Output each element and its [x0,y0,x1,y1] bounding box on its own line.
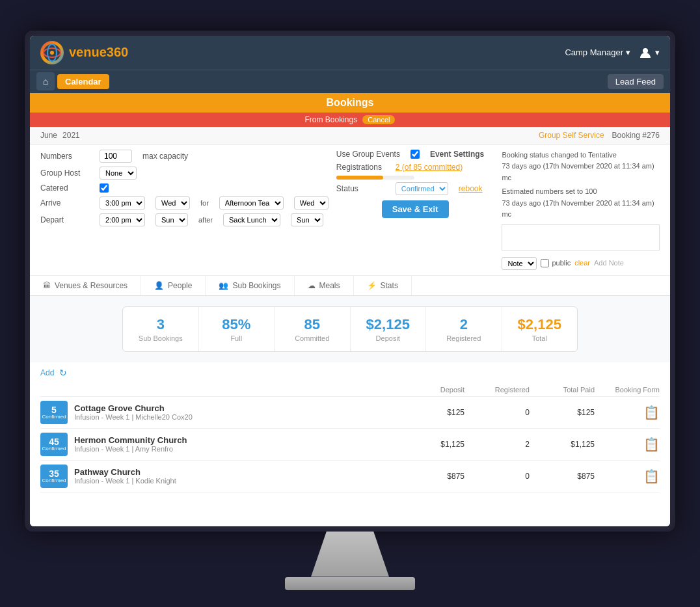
cancel-badge[interactable]: Cancel [362,115,395,124]
stat-total: $2,125 Total [502,307,578,351]
depart-time-select[interactable]: 2:00 pm [100,213,145,226]
note-textarea[interactable] [502,224,660,250]
table-header: Deposit Registered Total Paid Booking Fo… [40,383,660,397]
stats-grid: 3 Sub Bookings 85% Full 85 Committed $ [122,306,578,352]
estimated-date: 73 days ago (17th November 2020 at 11:34… [502,198,660,221]
add-button[interactable]: Add [40,368,54,377]
depart-row: Depart 2:00 pm Sun after Sack Lunch [40,213,329,226]
logo-text: venue360 [69,45,128,60]
catered-row: Catered [40,183,329,193]
group-host-select[interactable]: None [100,167,137,180]
group-self-service-link[interactable]: Group Self Service [539,131,604,140]
catered-checkbox[interactable] [100,183,109,193]
estimated-text: Estimated numbers set to 100 [502,186,660,198]
clear-link[interactable]: clear [574,258,590,269]
arrive-time-select[interactable]: 3:00 pm [100,196,145,209]
tab-venues[interactable]: 🏛 Venues & Resources [30,276,141,295]
booking-form-icon-1[interactable]: 📋 [643,405,660,420]
stat-sub-bookings: 3 Sub Bookings [123,307,199,351]
home-button[interactable]: ⌂ [36,72,55,90]
camp-manager-button[interactable]: Camp Manager ▾ [565,47,630,57]
form-right-col: Booking status changed to Tentative 73 d… [502,150,660,270]
date-right-links: Group Self Service Booking #276 [539,131,660,140]
user-profile-button[interactable]: ▾ [638,46,660,60]
booking-form-col-header: Booking Form [595,386,660,394]
arrive-label: Arrive [40,198,89,208]
arrive-row: Arrive 3:00 pm Wed for Afternoon Tea [40,196,329,209]
deposit-col-header: Deposit [399,386,464,394]
note-type-select[interactable]: Note [502,257,537,270]
table-row: 35 Confirmed Pathway Church Infusion - W… [40,461,660,492]
group-host-label: Group Host [40,169,89,178]
table-row: 45 Confirmed Hermon Community Church Inf… [40,429,660,461]
year-label: 2021 [62,131,80,140]
public-checkbox-area: public [541,258,571,269]
svg-point-4 [643,48,648,53]
people-icon: 👤 [154,281,164,290]
use-group-events-label: Use Group Events [336,150,400,159]
total-paid-col-header: Total Paid [530,386,595,394]
arrive-meal-select[interactable]: Afternoon Tea [219,196,284,209]
depart-label: Depart [40,215,89,224]
user-chevron-icon: ▾ [655,47,660,57]
arrive-day-select[interactable]: Wed [155,196,190,209]
booking-form-icon-2[interactable]: 📋 [643,437,660,452]
depart-day-select[interactable]: Sun [155,213,188,226]
row-badge-2: 45 Confirmed [40,433,68,456]
event-settings-text: Event Settings [430,150,484,159]
tab-sub-bookings[interactable]: 👥 Sub Bookings [206,276,294,295]
logo-icon [40,41,64,64]
public-checkbox[interactable] [541,259,549,267]
registrations-link[interactable]: 2 (of 85 committed) [396,163,463,172]
status-select[interactable]: Confirmed [396,182,448,195]
form-middle-col: Use Group Events Event Settings Registra… [336,150,494,270]
lead-feed-button[interactable]: Lead Feed [608,74,664,89]
tab-people[interactable]: 👤 People [141,276,206,295]
stat-full: 85% Full [199,307,275,351]
catered-label: Catered [40,183,89,193]
registrations-row: Registrations 2 (of 85 committed) [336,163,494,172]
tab-meals[interactable]: ☁ Meals [295,276,354,295]
row-info-2: Hermon Community Church Infusion - Week … [74,435,399,453]
save-exit-button[interactable]: Save & Exit [382,200,449,218]
note-area: Note public clear Add Note [502,257,660,270]
use-group-events-checkbox[interactable] [411,150,420,159]
refresh-icon[interactable]: ↻ [59,368,67,378]
form-area: Numbers max capacity Group Host None [30,144,670,276]
svg-point-3 [50,51,54,55]
stat-deposit: $2,125 Deposit [351,307,427,351]
status-label: Status [336,184,385,193]
row-info-1: Cottage Grove Church Infusion - Week 1 |… [74,403,399,421]
registrations-label: Registrations [336,163,385,172]
arrive-meal-day-select[interactable]: Wed [294,196,329,209]
home-icon: ⌂ [43,76,48,87]
depart-after-text: after [198,216,213,224]
table-row: 5 Confirmed Cottage Grove Church Infusio… [40,397,660,429]
status-changed-date: 73 days ago (17th November 2020 at 11:34… [502,161,660,183]
calendar-button[interactable]: Calendar [57,74,109,89]
numbers-input[interactable] [100,150,132,163]
month-label: June [40,131,57,140]
monitor-base [285,577,415,590]
form-left-col: Numbers max capacity Group Host None [40,150,329,270]
public-label: public [552,258,571,269]
max-capacity-text: max capacity [142,152,188,161]
table-toolbar: Add ↻ [40,362,660,383]
booking-number: Booking #276 [612,131,660,140]
stats-section: 3 Sub Bookings 85% Full 85 Committed $ [30,296,670,362]
add-note-text[interactable]: Add Note [594,258,624,269]
rebook-link[interactable]: rebook [459,184,483,193]
tab-stats[interactable]: ⚡ Stats [354,276,412,295]
booking-form-icon-3[interactable]: 📋 [643,469,660,483]
date-labels: June 2021 [40,131,80,140]
row-badge-1: 5 Confirmed [40,401,68,424]
group-host-row: Group Host None [40,167,329,180]
stat-registered: 2 Registered [426,307,502,351]
numbers-label: Numbers [40,152,89,161]
nav-bar: ⌂ Calendar Lead Feed [30,70,670,93]
depart-meal-day-select[interactable]: Sun [291,213,323,226]
from-bookings-bar: From Bookings Cancel [30,113,670,127]
depart-meal-select[interactable]: Sack Lunch [223,213,280,226]
main-content: Bookings From Bookings Cancel June 2021 … [30,93,670,526]
use-group-events-row: Use Group Events Event Settings [336,150,494,159]
